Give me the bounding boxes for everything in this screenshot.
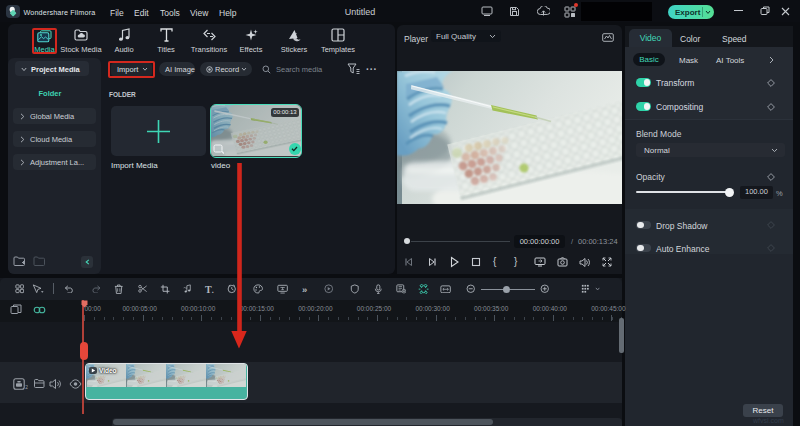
svg-text:2: 2 [25, 384, 28, 390]
